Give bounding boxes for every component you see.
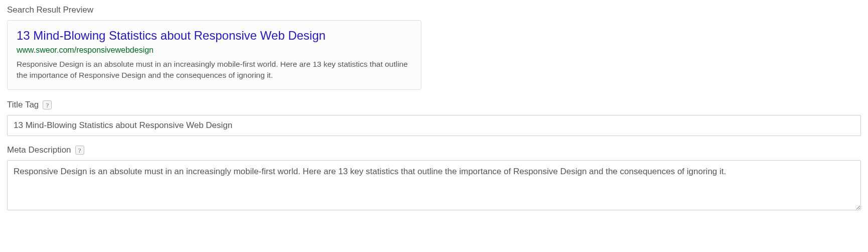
meta-description-label: Meta Description: [7, 145, 71, 155]
preview-description: Responsive Design is an absolute must in…: [17, 59, 412, 80]
meta-description-label-row: Meta Description ?: [7, 145, 861, 155]
help-icon[interactable]: ?: [75, 146, 84, 155]
help-icon[interactable]: ?: [43, 100, 52, 109]
search-result-preview-box: 13 Mind-Blowing Statistics about Respons…: [7, 20, 421, 90]
meta-description-textarea[interactable]: Responsive Design is an absolute must in…: [7, 160, 861, 210]
title-tag-section: Title Tag ?: [7, 100, 861, 136]
title-tag-label-row: Title Tag ?: [7, 100, 861, 110]
preview-title-link[interactable]: 13 Mind-Blowing Statistics about Respons…: [17, 28, 412, 43]
preview-url: www.sweor.com/responsivewebdesign: [17, 45, 412, 56]
search-result-preview-section: Search Result Preview 13 Mind-Blowing St…: [7, 5, 861, 90]
title-tag-label: Title Tag: [7, 100, 39, 110]
title-tag-input[interactable]: [7, 115, 861, 136]
search-result-preview-label: Search Result Preview: [7, 5, 861, 15]
meta-description-section: Meta Description ? Responsive Design is …: [7, 145, 861, 212]
